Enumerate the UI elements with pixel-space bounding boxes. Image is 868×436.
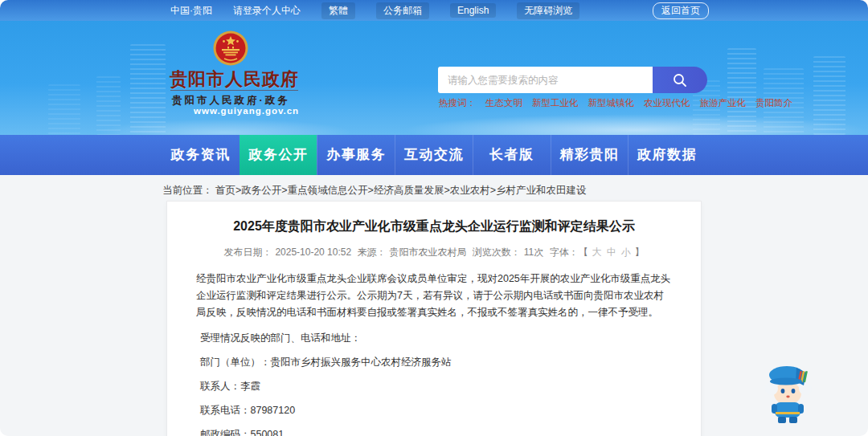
contact-person-line: 联系人：李霞 [196, 378, 672, 395]
feedback-intro-line: 受理情况反映的部门、电话和地址： [196, 330, 672, 347]
title-divider [170, 90, 298, 91]
font-size-medium-button[interactable]: 中 [607, 247, 616, 258]
site-url: www.guiyang.gov.cn [194, 106, 299, 116]
nav-tab-zhengfu-shuju[interactable]: 政府数据 [628, 135, 706, 175]
topbar-login-personal-center-link[interactable]: 请登录个人中心 [233, 4, 301, 18]
article-card: 2025年度贵阳市农业产业化市级重点龙头企业运行监测和评定结果公示 发布日期：2… [166, 201, 702, 436]
department-line: 部门（单位）：贵阳市乡村振兴服务中心农村经济服务站 [196, 354, 672, 371]
topbar-link-china-guiyang[interactable]: 中国·贵阳 [170, 4, 212, 18]
contact-phone-line: 联系电话：87987120 [196, 402, 672, 419]
assistant-mascot[interactable] [761, 362, 816, 425]
announcement-paragraph: 经贵阳市农业产业化市级重点龙头企业联席会议成员单位审定，现对2025年开展的农业… [196, 271, 672, 321]
site-banner: 贵阳市人民政府 贵阳市人民政府·政务 www.guiyang.gov.cn 热搜… [0, 21, 868, 135]
postal-code-line: 邮政编码：550081 [196, 426, 672, 436]
hot-word-tourism-industrialization[interactable]: 旅游产业化 [700, 97, 747, 109]
breadcrumb: 当前位置： 首页>政务公开>重点领域信息公开>经济高质量发展>农业农村>乡村产业… [162, 184, 586, 198]
topbar-traditional-chinese-link[interactable]: 繁體 [321, 2, 355, 19]
nav-tab-zhengwu-gongkai[interactable]: 政务公开 [240, 135, 317, 175]
hot-word-ecology[interactable]: 生态文明 [485, 97, 522, 109]
font-size-large-button[interactable]: 大 [592, 247, 602, 258]
font-size-label: 字体：【 [550, 247, 588, 258]
national-emblem-icon [212, 30, 249, 67]
nav-tab-hudong-jiaoliu[interactable]: 互动交流 [395, 135, 473, 175]
hot-word-new-urbanization[interactable]: 新型城镇化 [588, 97, 635, 109]
nav-tab-zhangzhe-ban[interactable]: 长者版 [473, 135, 551, 175]
search-input[interactable] [438, 67, 653, 93]
site-title: 贵阳市人民政府 [170, 67, 330, 92]
article-body: 经贵阳市农业产业化市级重点龙头企业联席会议成员单位审定，现对2025年开展的农业… [196, 271, 672, 436]
nav-tab-banshi-fuwu[interactable]: 办事服务 [317, 135, 395, 175]
views-value: 11次 [524, 247, 543, 258]
topbar-official-mailbox-link[interactable]: 公务邮箱 [376, 2, 429, 19]
article-meta: 发布日期：2025-10-20 10:52 来源：贵阳市农业农村局 浏览次数：1… [196, 246, 672, 259]
font-size-small-button[interactable]: 小 [621, 247, 631, 258]
return-home-button[interactable]: 返回首页 [653, 2, 709, 19]
search-icon [672, 72, 688, 88]
main-navigation-bar: 政务资讯 政务公开 办事服务 互动交流 长者版 精彩贵阳 政府数据 [0, 135, 868, 175]
breadcrumb-path[interactable]: 首页>政务公开>重点领域信息公开>经济高质量发展>农业农村>乡村产业和农田建设 [215, 185, 587, 196]
hot-search-row: 热搜词： 生态文明 新型工业化 新型城镇化 农业现代化 旅游产业化 贵阳简介 [439, 97, 792, 109]
nav-tab-jingcai-guiyang[interactable]: 精彩贵阳 [551, 135, 628, 175]
top-utility-bar: 中国·贵阳 请登录个人中心 繁體 公务邮箱 English 无障碍浏览 返回首页 [0, 0, 868, 21]
city-skyline-decoration [48, 84, 80, 135]
font-size-label-close: 】 [635, 247, 645, 258]
topbar-english-link[interactable]: English [450, 3, 496, 18]
hot-word-new-industrialization[interactable]: 新型工业化 [532, 97, 579, 109]
search-button[interactable] [653, 67, 707, 93]
guiyang-gov-portal-page: 中国·贵阳 请登录个人中心 繁體 公务邮箱 English 无障碍浏览 返回首页 [0, 0, 868, 436]
views-label: 浏览次数： [473, 247, 521, 258]
source-value: 贵阳市农业农村局 [389, 247, 466, 258]
hot-search-label: 热搜词： [439, 97, 476, 109]
hot-word-agricultural-modernization[interactable]: 农业现代化 [644, 97, 690, 109]
publish-date-value: 2025-10-20 10:52 [275, 247, 351, 258]
hot-word-guiyang-intro[interactable]: 贵阳简介 [755, 97, 792, 109]
breadcrumb-label: 当前位置： [162, 185, 213, 196]
nav-tab-zhengwu-zixun[interactable]: 政务资讯 [162, 135, 240, 175]
topbar-accessibility-link[interactable]: 无障碍浏览 [517, 2, 579, 19]
article-title: 2025年度贵阳市农业产业化市级重点龙头企业运行监测和评定结果公示 [196, 218, 672, 235]
source-label: 来源： [357, 247, 386, 258]
publish-date-label: 发布日期： [223, 247, 272, 258]
